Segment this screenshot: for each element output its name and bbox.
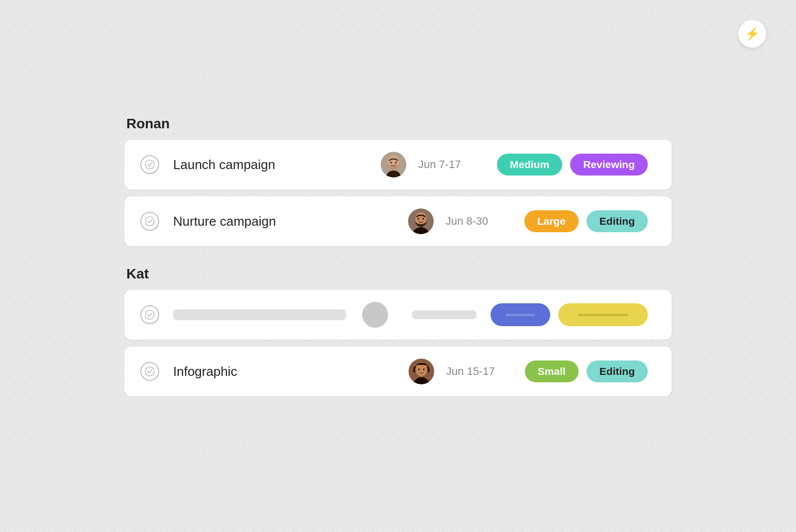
svg-point-3 xyxy=(390,162,392,164)
svg-point-8 xyxy=(422,218,424,220)
group-label-kat: Kat xyxy=(126,266,672,282)
svg-point-9 xyxy=(145,310,154,319)
avatar xyxy=(408,208,434,234)
date-range: Jun 7-17 xyxy=(418,158,483,171)
check-icon[interactable] xyxy=(140,155,159,174)
group-label-ronan: Ronan xyxy=(126,116,672,132)
status-badge[interactable]: Editing xyxy=(587,360,648,382)
task-title: Nurture campaign xyxy=(173,214,408,229)
lightning-button[interactable]: ⚡ xyxy=(738,20,766,48)
check-icon[interactable] xyxy=(140,305,159,324)
date-range: Jun 8-30 xyxy=(446,215,510,228)
main-container: RonanLaunch campaign Jun 7-17MediumRevie… xyxy=(124,106,672,426)
avatar-skeleton xyxy=(362,302,388,328)
svg-point-13 xyxy=(423,368,424,370)
task-card-nurture-campaign: Nurture campaign Jun 8-30LargeEditing xyxy=(124,196,672,246)
status-badge[interactable]: Editing xyxy=(587,210,648,232)
group-ronan: RonanLaunch campaign Jun 7-17MediumRevie… xyxy=(124,116,672,246)
size-badge[interactable]: Large xyxy=(524,210,579,232)
status-badge[interactable]: Reviewing xyxy=(570,154,648,176)
avatar xyxy=(408,358,434,384)
svg-point-7 xyxy=(417,218,419,220)
size-badge-skeleton xyxy=(491,303,550,326)
avatar xyxy=(381,152,406,177)
task-card-infographic: Infographic Jun 15-17SmallEditing xyxy=(124,347,672,396)
check-icon[interactable] xyxy=(140,362,159,381)
task-card-launch-campaign: Launch campaign Jun 7-17MediumReviewing xyxy=(124,140,672,189)
check-icon[interactable] xyxy=(140,212,159,231)
date-skeleton xyxy=(412,310,477,319)
group-kat: KatInfographic Jun 15-17SmallEditing xyxy=(124,266,672,396)
lightning-icon: ⚡ xyxy=(745,27,760,41)
svg-point-4 xyxy=(395,162,397,164)
svg-point-12 xyxy=(418,368,419,370)
svg-point-5 xyxy=(145,217,154,226)
task-title: Launch campaign xyxy=(173,157,381,173)
size-badge[interactable]: Small xyxy=(525,360,579,382)
date-range: Jun 15-17 xyxy=(446,365,511,378)
size-badge[interactable]: Medium xyxy=(497,154,562,176)
svg-point-0 xyxy=(145,160,154,169)
task-card-skeleton-task xyxy=(124,290,672,340)
task-title: Infographic xyxy=(173,364,408,379)
status-badge-skeleton xyxy=(558,303,648,326)
task-title-skeleton xyxy=(173,309,346,320)
svg-point-10 xyxy=(145,367,154,376)
